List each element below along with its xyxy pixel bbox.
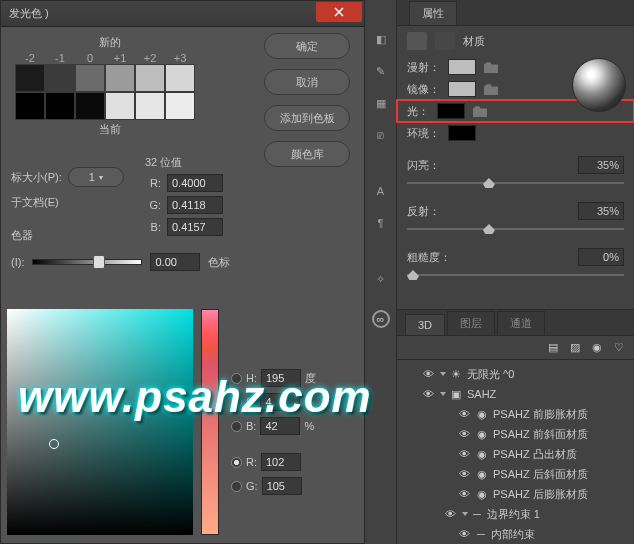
tab-channels[interactable]: 通道 (497, 311, 545, 335)
tree-row[interactable]: 👁◉PSAHZ 前膨胀材质 (397, 404, 634, 424)
b-input[interactable] (260, 417, 300, 435)
reflect-value[interactable]: 35% (578, 202, 624, 220)
doc-label: 于文档(E) (11, 195, 59, 210)
swatch-row-current[interactable] (15, 92, 195, 120)
tree-row[interactable]: 👁◉PSAHZ 凸出材质 (397, 444, 634, 464)
tree-row[interactable]: 👁─边界约束 1 (397, 504, 634, 524)
ambient-swatch[interactable] (448, 125, 476, 141)
shine-value[interactable]: 35% (578, 156, 624, 174)
cancel-button[interactable]: 取消 (264, 69, 350, 95)
properties-tab[interactable]: 属性 (409, 1, 457, 25)
sv-cursor[interactable] (49, 439, 59, 449)
specular-swatch[interactable] (448, 81, 476, 97)
tree-row[interactable]: 👁◉PSAHZ 后膨胀材质 (397, 484, 634, 504)
adjust-icon[interactable]: ◧ (372, 30, 390, 48)
bits-label: 32 位值 (145, 155, 223, 170)
rough-label: 粗糙度： (407, 250, 451, 265)
eye-icon[interactable]: 👁 (457, 447, 471, 461)
tree-row[interactable]: 👁◉PSAHZ 后斜面材质 (397, 464, 634, 484)
eye-icon[interactable]: 👁 (421, 387, 435, 401)
stop-label: 色标 (208, 255, 230, 270)
swatch-icon[interactable]: ▦ (372, 94, 390, 112)
h-radio[interactable] (231, 373, 242, 384)
dialog-titlebar[interactable]: 发光色 ) (1, 1, 364, 27)
intensity-slider[interactable] (32, 259, 142, 265)
eye-icon[interactable]: 👁 (457, 487, 471, 501)
ok-button[interactable]: 确定 (264, 33, 350, 59)
hue-slider[interactable] (201, 309, 219, 535)
tree-row[interactable]: 👁◉PSAHZ 前斜面材质 (397, 424, 634, 444)
properties-panel: 属性 材质 漫射： 镜像： 光： 环境： 闪亮：35% 反射：35% 粗糙度：0… (397, 0, 634, 310)
filter-mesh-icon[interactable]: ▨ (570, 341, 580, 354)
swatch-row-new[interactable] (15, 64, 195, 92)
scene-tree: 👁☀无限光 ^0 👁▣SAHZ 👁◉PSAHZ 前膨胀材质 👁◉PSAHZ 前斜… (397, 360, 634, 540)
eye-icon[interactable]: 👁 (457, 427, 471, 441)
ambient-row[interactable]: 环境： (397, 122, 634, 144)
filter-light-icon[interactable]: ♡ (614, 341, 624, 354)
eye-icon[interactable]: 👁 (421, 367, 435, 381)
r8-input[interactable] (261, 453, 301, 471)
size-select[interactable]: 1▾ (68, 167, 124, 187)
reflect-label: 反射： (407, 204, 440, 219)
mesh-icon (435, 32, 455, 50)
diffuse-swatch[interactable] (448, 59, 476, 75)
sv-picker[interactable] (7, 309, 193, 535)
r-input[interactable] (167, 174, 223, 192)
tab-layers[interactable]: 图层 (447, 311, 495, 335)
filter-mat-icon[interactable]: ◉ (592, 341, 602, 354)
r-radio[interactable] (231, 457, 242, 468)
size-label: 标大小(P): (11, 170, 62, 185)
dialog-title: 发光色 ) (9, 6, 49, 21)
shine-slider[interactable] (407, 178, 624, 188)
intensity-label: (I): (11, 256, 24, 268)
material-preview-sphere[interactable] (572, 58, 626, 112)
brush-icon[interactable]: ✎ (372, 62, 390, 80)
shine-label: 闪亮： (407, 158, 440, 173)
g-radio[interactable] (231, 481, 242, 492)
add-swatch-button[interactable]: 添加到色板 (264, 105, 350, 131)
tree-row[interactable]: 👁▣SAHZ (397, 384, 634, 404)
rough-slider[interactable] (407, 270, 624, 280)
color-picker-dialog: 发光色 ) 新的 -2-10+1+2+3 当前 确定 取消 (0, 0, 365, 544)
rough-value[interactable]: 0% (578, 248, 624, 266)
s-input[interactable] (260, 393, 300, 411)
glow-swatch[interactable] (437, 103, 465, 119)
eye-icon[interactable]: 👁 (457, 407, 471, 421)
material-header: 材质 (463, 34, 485, 49)
reflect-slider[interactable] (407, 224, 624, 234)
filter-scene-icon[interactable]: ▤ (548, 341, 558, 354)
paragraph-icon[interactable]: ¶ (372, 214, 390, 232)
tab-3d[interactable]: 3D (405, 314, 445, 335)
eye-icon[interactable]: 👁 (443, 507, 457, 521)
folder-icon[interactable] (473, 105, 487, 117)
b-radio[interactable] (231, 421, 242, 432)
folder-icon[interactable] (484, 83, 498, 95)
s-radio[interactable] (231, 397, 242, 408)
tool-strip: ◧ ✎ ▦ ⎚ A ¶ ✧ ∞ (365, 0, 397, 544)
offset-row: -2-10+1+2+3 (15, 52, 195, 64)
text-icon[interactable]: A (372, 182, 390, 200)
g8-input[interactable] (262, 477, 302, 495)
b-input[interactable] (167, 218, 223, 236)
stamp-icon[interactable]: ⎚ (372, 126, 390, 144)
color-lib-button[interactable]: 颜色库 (264, 141, 350, 167)
folder-icon[interactable] (484, 61, 498, 73)
h-input[interactable] (261, 369, 301, 387)
tree-row[interactable]: 👁─内部约束 (397, 524, 634, 540)
eye-icon[interactable]: 👁 (457, 527, 471, 540)
layers-3d-panel: 3D 图层 通道 ▤ ▨ ◉ ♡ 👁☀无限光 ^0 👁▣SAHZ 👁◉PSAHZ… (397, 310, 634, 544)
cc-icon[interactable]: ∞ (372, 310, 390, 328)
material-icon (407, 32, 427, 50)
close-button[interactable] (316, 2, 362, 22)
tree-row[interactable]: 👁☀无限光 ^0 (397, 364, 634, 384)
wand-icon[interactable]: ✧ (372, 270, 390, 288)
intensity-input[interactable] (150, 253, 200, 271)
eye-icon[interactable]: 👁 (457, 467, 471, 481)
g-input[interactable] (167, 196, 223, 214)
